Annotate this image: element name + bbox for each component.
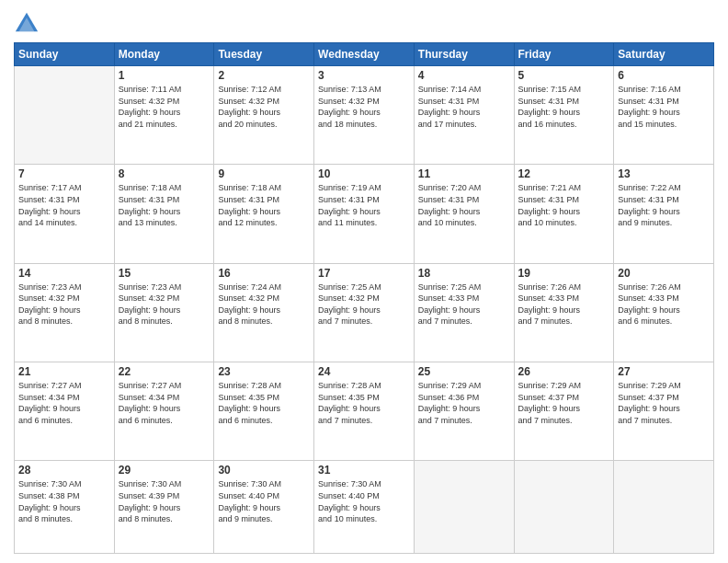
calendar-table: SundayMondayTuesdayWednesdayThursdayFrid… [14,42,714,554]
day-number: 22 [119,365,210,378]
header [14,9,714,35]
day-info: Sunrise: 7:25 AM Sunset: 4:32 PM Dayligh… [318,282,410,327]
calendar-cell: 14Sunrise: 7:23 AM Sunset: 4:32 PM Dayli… [15,263,115,362]
day-number: 21 [18,365,110,378]
day-number: 23 [218,365,310,378]
day-of-week-header: Saturday [614,43,714,66]
day-info: Sunrise: 7:22 AM Sunset: 4:31 PM Dayligh… [618,182,710,228]
day-number: 2 [218,69,310,82]
day-number: 18 [418,267,510,280]
day-number: 19 [518,267,610,280]
calendar-cell: 11Sunrise: 7:20 AM Sunset: 4:31 PM Dayli… [414,165,514,263]
calendar-cell [15,66,115,165]
day-info: Sunrise: 7:18 AM Sunset: 4:31 PM Dayligh… [218,182,310,228]
day-info: Sunrise: 7:30 AM Sunset: 4:40 PM Dayligh… [318,478,410,524]
day-info: Sunrise: 7:20 AM Sunset: 4:31 PM Dayligh… [418,182,510,228]
calendar-week-row: 28Sunrise: 7:30 AM Sunset: 4:38 PM Dayli… [15,461,714,554]
calendar-cell: 7Sunrise: 7:17 AM Sunset: 4:31 PM Daylig… [15,165,115,263]
day-number: 25 [418,365,510,378]
day-info: Sunrise: 7:23 AM Sunset: 4:32 PM Dayligh… [119,282,210,327]
calendar-cell: 22Sunrise: 7:27 AM Sunset: 4:34 PM Dayli… [114,362,214,460]
calendar-cell: 25Sunrise: 7:29 AM Sunset: 4:36 PM Dayli… [414,362,514,460]
calendar-cell: 3Sunrise: 7:13 AM Sunset: 4:32 PM Daylig… [314,66,415,165]
day-info: Sunrise: 7:24 AM Sunset: 4:32 PM Dayligh… [218,282,310,327]
day-number: 17 [318,267,410,280]
calendar-cell: 20Sunrise: 7:26 AM Sunset: 4:33 PM Dayli… [614,263,714,362]
calendar-cell: 26Sunrise: 7:29 AM Sunset: 4:37 PM Dayli… [514,362,614,460]
calendar-cell: 12Sunrise: 7:21 AM Sunset: 4:31 PM Dayli… [514,165,614,263]
day-number: 29 [119,464,210,477]
page: SundayMondayTuesdayWednesdayThursdayFrid… [0,0,728,563]
day-info: Sunrise: 7:27 AM Sunset: 4:34 PM Dayligh… [119,380,210,426]
calendar-cell: 8Sunrise: 7:18 AM Sunset: 4:31 PM Daylig… [114,165,214,263]
day-info: Sunrise: 7:17 AM Sunset: 4:31 PM Dayligh… [18,182,110,228]
day-number: 9 [218,167,310,180]
calendar-cell [614,461,714,554]
day-number: 3 [318,69,410,82]
day-of-week-header: Friday [514,43,614,66]
day-info: Sunrise: 7:15 AM Sunset: 4:31 PM Dayligh… [518,84,610,130]
day-info: Sunrise: 7:28 AM Sunset: 4:35 PM Dayligh… [218,380,310,426]
day-number: 24 [318,365,410,378]
day-number: 30 [218,464,310,477]
calendar-cell: 24Sunrise: 7:28 AM Sunset: 4:35 PM Dayli… [314,362,415,460]
calendar-cell [514,461,614,554]
day-number: 28 [18,464,110,477]
calendar-cell: 2Sunrise: 7:12 AM Sunset: 4:32 PM Daylig… [214,66,314,165]
day-number: 7 [18,167,110,180]
day-of-week-header: Sunday [15,43,115,66]
calendar-cell [414,461,514,554]
calendar-cell: 27Sunrise: 7:29 AM Sunset: 4:37 PM Dayli… [614,362,714,460]
calendar-cell: 17Sunrise: 7:25 AM Sunset: 4:32 PM Dayli… [314,263,415,362]
day-number: 15 [119,267,210,280]
calendar-cell: 16Sunrise: 7:24 AM Sunset: 4:32 PM Dayli… [214,263,314,362]
day-number: 26 [518,365,610,378]
calendar-cell: 13Sunrise: 7:22 AM Sunset: 4:31 PM Dayli… [614,165,714,263]
logo [14,9,42,35]
day-info: Sunrise: 7:29 AM Sunset: 4:36 PM Dayligh… [418,380,510,426]
calendar-cell: 19Sunrise: 7:26 AM Sunset: 4:33 PM Dayli… [514,263,614,362]
day-info: Sunrise: 7:30 AM Sunset: 4:38 PM Dayligh… [18,478,110,524]
day-number: 12 [518,167,610,180]
day-info: Sunrise: 7:29 AM Sunset: 4:37 PM Dayligh… [518,380,610,426]
day-info: Sunrise: 7:29 AM Sunset: 4:37 PM Dayligh… [618,380,710,426]
calendar-cell: 29Sunrise: 7:30 AM Sunset: 4:39 PM Dayli… [114,461,214,554]
calendar-week-row: 14Sunrise: 7:23 AM Sunset: 4:32 PM Dayli… [15,263,714,362]
day-info: Sunrise: 7:19 AM Sunset: 4:31 PM Dayligh… [318,182,410,228]
day-number: 4 [418,69,510,82]
day-info: Sunrise: 7:18 AM Sunset: 4:31 PM Dayligh… [119,182,210,228]
calendar-week-row: 21Sunrise: 7:27 AM Sunset: 4:34 PM Dayli… [15,362,714,460]
calendar-cell: 1Sunrise: 7:11 AM Sunset: 4:32 PM Daylig… [114,66,214,165]
day-number: 16 [218,267,310,280]
day-info: Sunrise: 7:26 AM Sunset: 4:33 PM Dayligh… [618,282,710,327]
day-info: Sunrise: 7:14 AM Sunset: 4:31 PM Dayligh… [418,84,510,130]
day-info: Sunrise: 7:30 AM Sunset: 4:39 PM Dayligh… [119,478,210,524]
day-info: Sunrise: 7:11 AM Sunset: 4:32 PM Dayligh… [119,84,210,130]
day-number: 8 [119,167,210,180]
day-info: Sunrise: 7:27 AM Sunset: 4:34 PM Dayligh… [18,380,110,426]
day-info: Sunrise: 7:26 AM Sunset: 4:33 PM Dayligh… [518,282,610,327]
calendar-cell: 23Sunrise: 7:28 AM Sunset: 4:35 PM Dayli… [214,362,314,460]
day-number: 27 [618,365,710,378]
day-number: 6 [618,69,710,82]
day-number: 13 [618,167,710,180]
calendar-cell: 30Sunrise: 7:30 AM Sunset: 4:40 PM Dayli… [214,461,314,554]
day-number: 31 [318,464,410,477]
day-info: Sunrise: 7:25 AM Sunset: 4:33 PM Dayligh… [418,282,510,327]
calendar-cell: 31Sunrise: 7:30 AM Sunset: 4:40 PM Dayli… [314,461,415,554]
day-of-week-header: Wednesday [314,43,415,66]
day-number: 20 [618,267,710,280]
calendar-cell: 10Sunrise: 7:19 AM Sunset: 4:31 PM Dayli… [314,165,415,263]
logo-icon [14,9,40,35]
calendar-cell: 18Sunrise: 7:25 AM Sunset: 4:33 PM Dayli… [414,263,514,362]
day-info: Sunrise: 7:28 AM Sunset: 4:35 PM Dayligh… [318,380,410,426]
day-info: Sunrise: 7:21 AM Sunset: 4:31 PM Dayligh… [518,182,610,228]
calendar-cell: 15Sunrise: 7:23 AM Sunset: 4:32 PM Dayli… [114,263,214,362]
calendar-cell: 6Sunrise: 7:16 AM Sunset: 4:31 PM Daylig… [614,66,714,165]
day-number: 1 [119,69,210,82]
day-info: Sunrise: 7:13 AM Sunset: 4:32 PM Dayligh… [318,84,410,130]
day-number: 14 [18,267,110,280]
day-info: Sunrise: 7:16 AM Sunset: 4:31 PM Dayligh… [618,84,710,130]
calendar-cell: 28Sunrise: 7:30 AM Sunset: 4:38 PM Dayli… [15,461,115,554]
day-number: 10 [318,167,410,180]
